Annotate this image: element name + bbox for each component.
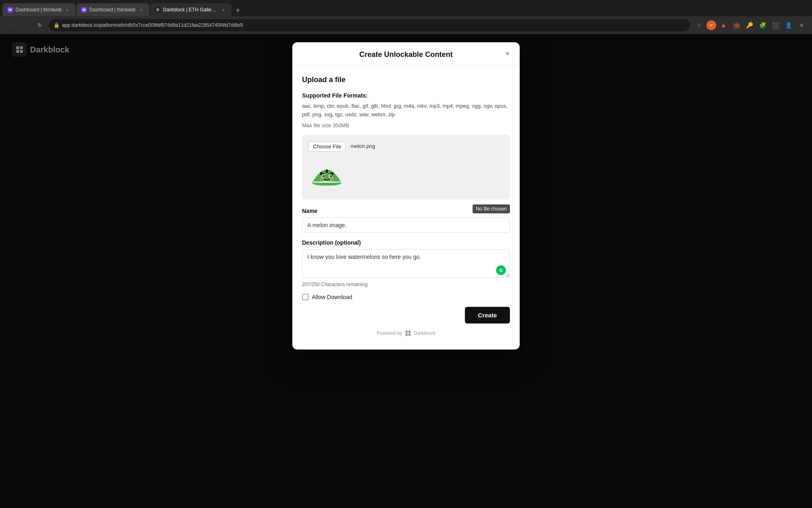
svg-point-12	[331, 175, 332, 176]
svg-point-14	[330, 177, 334, 180]
wallet-icon[interactable]: 💼	[731, 20, 742, 31]
back-button[interactable]: ←	[5, 20, 16, 31]
description-field-container: Description (optional) I know you love w…	[302, 239, 510, 287]
watermelon-preview-image	[309, 155, 345, 191]
svg-rect-18	[408, 333, 411, 336]
footer-row: Create	[302, 307, 510, 325]
svg-rect-16	[408, 330, 411, 333]
sidebar-icon[interactable]: ⬛	[770, 20, 781, 31]
bookmark-icon[interactable]: ☆	[693, 20, 705, 31]
address-bar[interactable]: 🔒 app.darkblock.io/platform/eth/nft/0x7c…	[49, 19, 690, 31]
brave-shield-icon[interactable]: 🦁	[706, 20, 716, 30]
formats-list: aac, bmp, cbr, epub, flac, gif, glb, htm…	[302, 102, 510, 119]
powered-by-text: Powered by	[377, 330, 402, 336]
tab-3[interactable]: D Darkblock | ETH Gallery | Kiwi N... ×	[150, 3, 231, 16]
powered-by-brand: Darkblock	[414, 330, 435, 336]
description-label: Description (optional)	[302, 239, 510, 246]
key-icon[interactable]: 🔑	[744, 20, 755, 31]
tab-bar: W Dashboard | thirdweb × W Dashboard | t…	[0, 0, 812, 16]
browser-chrome: W Dashboard | thirdweb × W Dashboard | t…	[0, 0, 812, 34]
brave-rewards-icon[interactable]: ▲	[718, 20, 729, 31]
name-field-container: Name No file chosen	[302, 208, 510, 233]
address-bar-row: ← → ↻ 🔒 app.darkblock.io/platform/eth/nf…	[0, 16, 812, 34]
description-textarea[interactable]: I know you love watermelons so here you …	[302, 249, 510, 278]
page-background: Darkblock Create Unlockable Content × Up…	[0, 34, 812, 508]
allow-download-checkbox[interactable]	[302, 294, 309, 300]
browser-actions: ☆ 🦁 ▲ 💼 🔑 🧩 ⬛ 👤 ≡	[693, 20, 807, 31]
tab-1-label: Dashboard | thirdweb	[15, 7, 62, 13]
address-text: app.darkblock.io/platform/eth/nft/0x7cce…	[62, 22, 243, 28]
svg-point-13	[320, 177, 324, 180]
file-name-display: melon.png	[350, 141, 375, 149]
modal-overlay: Create Unlockable Content × Upload a fil…	[0, 34, 812, 508]
tab-2-favicon: W	[81, 7, 87, 13]
forward-button[interactable]: →	[19, 20, 31, 31]
refresh-button[interactable]: ↻	[34, 20, 45, 31]
grammarly-icon: G	[496, 265, 506, 275]
new-tab-button[interactable]: +	[232, 5, 244, 16]
modal-header: Create Unlockable Content ×	[292, 42, 520, 66]
tab-1[interactable]: W Dashboard | thirdweb ×	[2, 3, 76, 16]
modal-body: Upload a file Supported File Formats: aa…	[292, 66, 520, 350]
no-file-tooltip: No file chosen	[473, 204, 510, 213]
tab-3-favicon: D	[155, 7, 161, 13]
create-button[interactable]: Create	[465, 307, 510, 323]
svg-point-11	[324, 175, 324, 176]
char-count: 207/250 Characters remaining	[302, 282, 510, 287]
tab-1-close[interactable]: ×	[64, 7, 71, 13]
file-preview	[309, 155, 503, 193]
modal: Create Unlockable Content × Upload a fil…	[292, 42, 520, 350]
modal-title: Create Unlockable Content	[359, 50, 453, 59]
lock-icon: 🔒	[54, 22, 60, 28]
allow-download-label: Allow Download	[312, 294, 352, 300]
svg-point-9	[322, 175, 324, 177]
file-input-wrapper: Choose File melon.png	[309, 141, 503, 152]
modal-close-button[interactable]: ×	[502, 48, 513, 60]
svg-rect-15	[406, 330, 408, 333]
file-upload-area: Choose File melon.png	[302, 135, 510, 200]
tab-1-favicon: W	[7, 7, 13, 13]
svg-rect-17	[406, 333, 408, 336]
profile-icon[interactable]: 👤	[783, 20, 794, 31]
formats-label: Supported File Formats:	[302, 92, 510, 99]
upload-section-heading: Upload a file	[302, 76, 510, 84]
name-field-wrapper: No file chosen	[302, 217, 510, 233]
tab-2[interactable]: W Dashboard | thirdweb ×	[76, 3, 149, 16]
tab-3-label: Darkblock | ETH Gallery | Kiwi N...	[163, 7, 218, 13]
allow-download-row: Allow Download	[302, 294, 510, 300]
tab-3-close[interactable]: ×	[220, 7, 227, 13]
tab-2-label: Dashboard | thirdweb	[89, 7, 136, 13]
tab-2-close[interactable]: ×	[138, 7, 145, 13]
choose-file-button[interactable]: Choose File	[309, 141, 346, 152]
powered-by: Powered by Darkblock	[302, 325, 510, 340]
max-size-text: Max file size 350MB	[302, 122, 510, 128]
textarea-wrapper: I know you love watermelons so here you …	[302, 249, 510, 279]
menu-icon[interactable]: ≡	[796, 20, 807, 31]
darkblock-logo-small	[405, 330, 411, 336]
name-input[interactable]	[302, 217, 510, 233]
extensions-icon[interactable]: 🧩	[757, 20, 768, 31]
